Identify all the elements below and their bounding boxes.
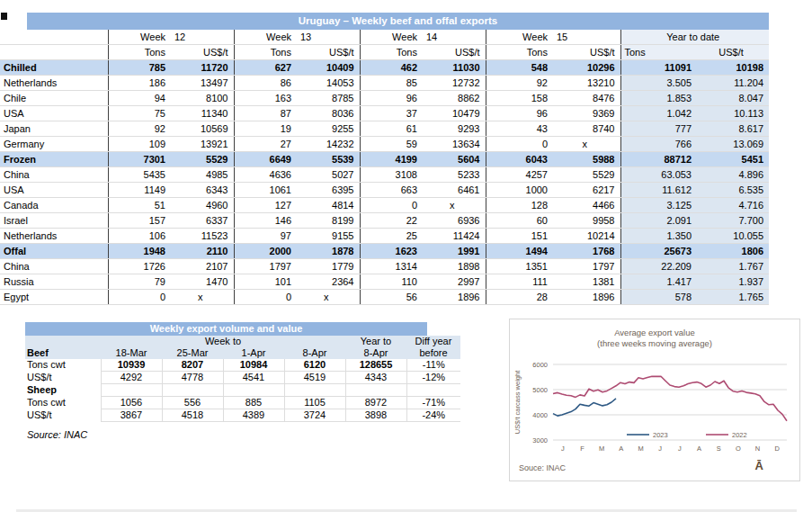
row-label: Japan [0, 121, 108, 137]
value-cell: 1061 [234, 183, 297, 198]
value-cell: 5988 [553, 152, 620, 167]
column-header: Year to date [620, 30, 769, 45]
value-cell: 2364 [297, 274, 360, 290]
weekly-exports-table-body: Chilled785117206271040946211030548102961… [0, 60, 769, 305]
value-cell: 87 [234, 106, 297, 121]
value-cell: 101 [234, 274, 297, 290]
column-header: 8-Apr [345, 347, 406, 359]
table-row: US$/t42924778454145194343-12% [25, 372, 460, 384]
row-label: Canada [0, 198, 108, 213]
stray-character: Ā [755, 459, 763, 472]
value-cell: 4960 [171, 198, 234, 213]
value-cell: 4.896 [697, 167, 769, 183]
row-label: Tons cwt [25, 397, 101, 409]
value-cell: 146 [234, 213, 297, 229]
svg-text:S: S [717, 445, 721, 453]
value-cell: 0 [234, 290, 297, 305]
svg-text:5000: 5000 [532, 386, 548, 394]
value-cell: 92 [486, 76, 553, 91]
weekly-exports-table-head: Week12Week13Week14Week15Year to dateTons… [0, 30, 769, 60]
table-row: China5435498546365027310852334257552963.… [0, 167, 769, 183]
column-header: Week [486, 30, 553, 45]
value-cell: 8199 [297, 213, 360, 229]
svg-text:2023: 2023 [653, 431, 668, 439]
table-row: US$/t38674518438937243898-24% [25, 409, 460, 422]
value-cell: 8785 [297, 91, 360, 106]
value-cell: 11424 [423, 229, 486, 244]
weekly-exports-table: Week12Week13Week14Week15Year to dateTons… [0, 30, 769, 305]
svg-text:4000: 4000 [532, 411, 548, 419]
value-cell [162, 384, 223, 397]
value-cell: 3.125 [620, 198, 697, 213]
value-cell: 0 [486, 137, 553, 152]
table-row: Offal19482110200018781623199114941768256… [0, 244, 769, 259]
section-label: Sheep [25, 384, 101, 397]
value-cell: 6120 [284, 359, 345, 372]
value-cell: 6461 [423, 183, 486, 198]
value-cell: 13210 [553, 76, 620, 91]
column-header: Year to [345, 336, 406, 347]
value-cell: 4519 [284, 372, 345, 384]
value-cell: 88712 [620, 152, 697, 167]
value-cell: 1470 [171, 274, 234, 290]
report-sheet: Uruguay – Weekly beef and offal exports … [0, 0, 812, 530]
svg-text:6000: 6000 [532, 361, 548, 369]
column-header [0, 30, 108, 45]
value-cell: 11.204 [697, 76, 769, 91]
value-cell: 13497 [171, 76, 234, 91]
table-row: Tons cwt105655688511058972-71% [25, 397, 460, 409]
value-cell: x [553, 137, 620, 152]
value-cell: x [297, 290, 360, 305]
value-cell: 6337 [171, 213, 234, 229]
value-cell: 6343 [171, 183, 234, 198]
value-cell: 186 [108, 76, 171, 91]
value-cell: 10984 [223, 359, 284, 372]
value-cell: 1779 [297, 259, 360, 274]
value-cell: 5435 [108, 167, 171, 183]
svg-text:J: J [561, 445, 565, 453]
value-cell: 8100 [171, 91, 234, 106]
chart-title: Average export value [510, 328, 799, 338]
value-cell: 9293 [423, 121, 486, 137]
value-cell: 10198 [697, 60, 769, 76]
value-cell: 5451 [697, 152, 769, 167]
value-cell: 1878 [297, 244, 360, 259]
row-label: Chilled [0, 60, 108, 76]
value-cell: 11091 [620, 60, 697, 76]
value-cell: 9255 [297, 121, 360, 137]
column-header: US$/t [423, 45, 486, 60]
row-label: US$/t [25, 409, 101, 422]
value-cell [345, 384, 406, 397]
value-cell: 4199 [360, 152, 423, 167]
value-cell: 4636 [234, 167, 297, 183]
value-cell: 10409 [297, 60, 360, 76]
value-cell: 3867 [101, 409, 162, 422]
value-cell: 11720 [171, 60, 234, 76]
value-cell: 4389 [223, 409, 284, 422]
value-cell: 1.937 [697, 274, 769, 290]
row-label: Chile [0, 91, 108, 106]
value-cell: 885 [223, 397, 284, 409]
value-cell [406, 384, 460, 397]
value-cell: 22 [360, 213, 423, 229]
table-row: China1726210717971779131418981351179722.… [0, 259, 769, 274]
weekly-volume-table: Week toYear toDiff yearBeef18-Mar25-Mar1… [25, 336, 460, 422]
value-cell: -24% [406, 409, 460, 422]
value-cell: 1494 [486, 244, 553, 259]
column-header: Tons [108, 45, 171, 60]
row-label: Egypt [0, 290, 108, 305]
value-cell: 56 [360, 290, 423, 305]
value-cell: 4985 [171, 167, 234, 183]
weekly-volume-table-head: Week toYear toDiff yearBeef18-Mar25-Mar1… [25, 336, 460, 359]
value-cell: 13.069 [697, 137, 769, 152]
value-cell: 1797 [553, 259, 620, 274]
column-header [25, 336, 101, 347]
table-row: Netherlands18613497861405385127329213210… [0, 76, 769, 91]
column-header: Tons [620, 45, 697, 60]
value-cell: 61 [360, 121, 423, 137]
row-label: China [0, 259, 108, 274]
svg-text:A: A [619, 445, 623, 453]
value-cell: 5604 [423, 152, 486, 167]
svg-text:M: M [638, 445, 643, 453]
value-cell: 1149 [108, 183, 171, 198]
